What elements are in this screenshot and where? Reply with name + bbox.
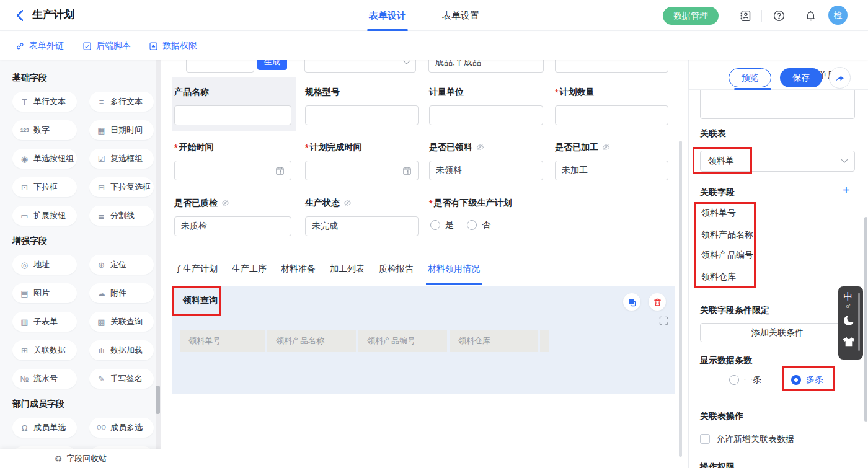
sidebar-item-image[interactable]: ▤图片: [12, 283, 77, 303]
tab-process-list[interactable]: 加工列表: [330, 263, 365, 281]
sidebar-item-multi-text[interactable]: ≡多行文本: [89, 92, 154, 112]
sidebar-item-signature[interactable]: ✎手写签名: [89, 369, 154, 389]
column-header[interactable]: 领料产品编号: [358, 330, 447, 352]
multi-text-icon: ≡: [97, 97, 106, 107]
tab-material-usage[interactable]: 材料领用情况: [428, 263, 480, 281]
field-recycle-bin[interactable]: ♻ 字段回收站: [0, 449, 161, 468]
field-spec-model[interactable]: 规格型号: [305, 87, 418, 133]
notification-bell-icon[interactable]: [804, 9, 817, 22]
single-text-icon: T: [20, 97, 29, 107]
contacts-icon[interactable]: [739, 9, 752, 22]
field-finish-time[interactable]: *计划完成时间: [305, 142, 418, 188]
sidebar-item-datetime[interactable]: ▦日期时间: [89, 120, 154, 140]
related-field-item[interactable]: 领料产品名称: [701, 229, 753, 241]
sidebar-item-select[interactable]: ⊡下拉框: [12, 177, 77, 197]
add-condition-button[interactable]: 添加关联条件: [700, 323, 855, 342]
column-header[interactable]: 领料仓库: [450, 330, 538, 352]
tab-form-design[interactable]: 表单设计: [369, 0, 406, 31]
field-sub-plan[interactable]: *是否有下级生产计划 是 否: [429, 198, 615, 244]
plan-qty-input[interactable]: [555, 105, 668, 125]
theme-skin-icon[interactable]: [842, 335, 856, 348]
sidebar-item-checkbox-group[interactable]: ☑复选框组: [89, 149, 154, 169]
generate-button[interactable]: 生成: [257, 60, 287, 70]
prod-status-input[interactable]: 未完成: [305, 216, 418, 236]
sidebar-scrollbar[interactable]: [156, 60, 161, 449]
sidebar-item-extend-button[interactable]: ▭扩展按钮: [12, 206, 77, 226]
field-plan-qty[interactable]: *计划数量: [555, 87, 668, 133]
column-header[interactable]: 领料产品名称: [267, 330, 356, 352]
sidebar-item-address[interactable]: ◎地址: [12, 255, 77, 275]
is-picked-input[interactable]: 未领料: [429, 161, 543, 180]
field-start-time[interactable]: *开始时间: [174, 142, 291, 188]
help-icon[interactable]: [773, 9, 786, 22]
sub-plan-radio-yes[interactable]: 是: [430, 219, 454, 231]
canvas-scrollbar[interactable]: [679, 141, 682, 457]
sidebar-item-member-single[interactable]: Ω成员单选: [12, 418, 77, 438]
data-permission-link[interactable]: 数据权限: [149, 32, 197, 60]
unit-input[interactable]: [429, 105, 543, 125]
tab-process[interactable]: 生产工序: [232, 263, 267, 281]
add-related-field-icon[interactable]: +: [843, 184, 850, 196]
field-is-processed[interactable]: 是否已加工 未加工: [555, 142, 668, 188]
display-count-single-radio[interactable]: 一条: [729, 374, 761, 386]
data-manage-button[interactable]: 数据管理: [663, 7, 719, 25]
sidebar-item-serial-number[interactable]: №流水号: [12, 369, 77, 389]
back-icon[interactable]: [14, 9, 27, 22]
display-count-multi-radio[interactable]: 多条: [791, 374, 823, 386]
form-external-link[interactable]: 表单外链: [16, 32, 64, 60]
sidebar-item-location[interactable]: ⊕定位: [89, 255, 154, 275]
sidebar-item-multi-select[interactable]: ⊟下拉复选框: [89, 177, 154, 197]
product-name-input[interactable]: [174, 105, 291, 125]
sidebar-item-attachment[interactable]: ☁附件: [89, 283, 154, 303]
sidebar-item-data-load[interactable]: ılı数据加载: [89, 340, 154, 360]
sidebar-item-lookup[interactable]: ▩关联查询: [89, 312, 154, 332]
related-field-item[interactable]: 领料产品编号: [701, 250, 753, 261]
backend-script-link[interactable]: 后端脚本: [82, 32, 131, 60]
language-toggle[interactable]: 中: [838, 291, 858, 302]
field-is-picked[interactable]: 是否已领料 未领料: [429, 142, 543, 188]
panel-scrollbar[interactable]: [864, 217, 867, 422]
start-time-input[interactable]: [174, 161, 291, 180]
preview-button[interactable]: 预览: [728, 68, 771, 87]
clipped-select[interactable]: [304, 60, 416, 73]
field-prod-status[interactable]: 生产状态 未完成: [305, 198, 418, 244]
material-lookup-widget[interactable]: 领料查询 领料单号 领料产品名称 领料产品编号 领料仓库: [172, 286, 675, 394]
expand-icon[interactable]: [659, 316, 668, 325]
related-field-item[interactable]: 领料仓库: [701, 272, 736, 283]
is-processed-input[interactable]: 未加工: [555, 161, 668, 180]
clipped-input[interactable]: [555, 60, 668, 73]
tab-material-prep[interactable]: 材料准备: [281, 263, 316, 281]
sidebar-item-number[interactable]: 123数字: [12, 120, 77, 140]
field-product-name[interactable]: 产品名称: [174, 87, 291, 133]
user-avatar[interactable]: 检: [828, 6, 848, 25]
save-button[interactable]: 保存: [780, 68, 822, 87]
tab-form-settings[interactable]: 表单设置: [442, 0, 479, 31]
share-button[interactable]: [829, 67, 851, 89]
tab-sub-plan[interactable]: 子生产计划: [174, 263, 218, 281]
finish-time-input[interactable]: [305, 161, 418, 180]
sidebar-item-subform[interactable]: ▥子表单: [12, 312, 77, 332]
copy-icon: [627, 298, 637, 307]
sub-plan-radio-no[interactable]: 否: [467, 219, 490, 231]
related-field-item[interactable]: 领料单号: [701, 208, 736, 219]
column-header[interactable]: 领料单号: [180, 330, 265, 352]
copy-widget-button[interactable]: [623, 293, 640, 311]
allow-add-related-label[interactable]: 允许新增关联表数据: [716, 434, 794, 445]
sidebar-item-related-data[interactable]: ⊞关联数据: [12, 340, 77, 360]
dark-mode-icon[interactable]: [842, 314, 856, 327]
is-inspected-input[interactable]: 未质检: [174, 216, 291, 236]
field-label: 是否已加工: [555, 142, 598, 153]
tab-qc-report[interactable]: 质检报告: [379, 263, 414, 281]
related-table-select[interactable]: 领料单: [700, 151, 855, 172]
sidebar-item-single-text[interactable]: T单行文本: [12, 92, 77, 112]
field-is-inspected[interactable]: 是否已质检 未质检: [174, 198, 291, 244]
field-unit[interactable]: 计量单位: [429, 87, 543, 133]
delete-widget-button[interactable]: [649, 293, 666, 311]
clipped-input[interactable]: [186, 60, 254, 73]
product-type-input[interactable]: 成品,半成品: [428, 60, 544, 73]
sidebar-item-radio-group[interactable]: ◉单选按钮组: [12, 149, 77, 169]
spec-model-input[interactable]: [305, 105, 418, 125]
sidebar-item-member-multi[interactable]: ΩΩ成员多选: [89, 418, 154, 438]
sidebar-item-divider[interactable]: ≣分割线: [89, 206, 154, 226]
allow-add-related-checkbox[interactable]: [700, 434, 710, 444]
